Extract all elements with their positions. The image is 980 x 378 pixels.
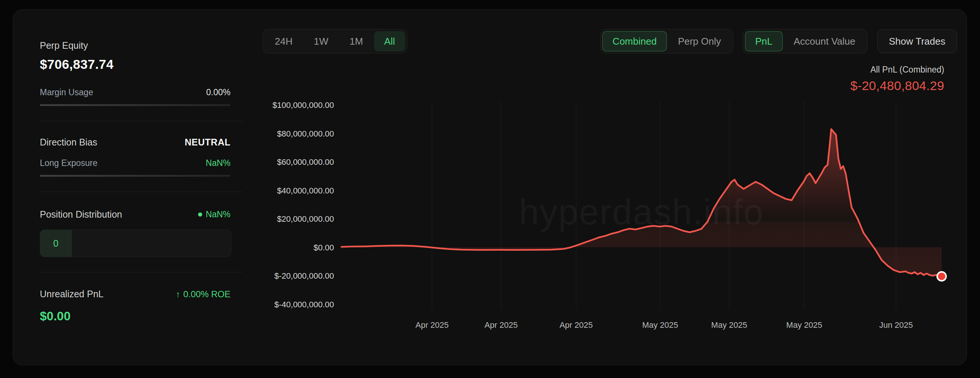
margin-usage-row: Margin Usage 0.00%	[40, 87, 231, 97]
margin-usage-value: 0.00%	[206, 87, 231, 97]
time-range-24h[interactable]: 24H	[265, 31, 303, 51]
divider	[40, 272, 243, 272]
unrealized-pnl-label: Unrealized PnL	[40, 289, 103, 300]
view-mode-perp-only[interactable]: Perp Only	[668, 31, 731, 51]
svg-text:$20,000,000.00: $20,000,000.00	[277, 214, 334, 224]
time-range-all[interactable]: All	[374, 31, 405, 51]
divider	[40, 121, 243, 121]
chart-panel: 24H 1W 1M All Combined Perp Only PnL Acc…	[248, 10, 967, 365]
metric-account-value[interactable]: Account Value	[784, 31, 866, 51]
time-range-group: 24H 1W 1M All	[262, 29, 407, 54]
svg-text:May 2025: May 2025	[711, 320, 747, 330]
long-exposure-bar	[40, 175, 231, 177]
long-exposure-value: NaN%	[206, 158, 231, 168]
svg-text:Apr 2025: Apr 2025	[484, 320, 517, 330]
chart-header: All PnL (Combined) $-20,480,804.29	[254, 65, 961, 93]
roe-stat: ↑ 0.00% ROE	[176, 289, 231, 300]
distribution-empty-segment	[72, 230, 231, 257]
svg-text:$100,000,000.00: $100,000,000.00	[272, 100, 334, 110]
green-dot-icon	[198, 213, 202, 216]
svg-text:May 2025: May 2025	[786, 320, 822, 330]
svg-text:Jun 2025: Jun 2025	[879, 320, 913, 330]
svg-text:$40,000,000.00: $40,000,000.00	[277, 186, 334, 195]
long-exposure-label: Long Exposure	[40, 158, 97, 168]
arrow-up-icon: ↑	[176, 289, 180, 300]
svg-text:$80,000,000.00: $80,000,000.00	[277, 129, 334, 138]
show-trades-button[interactable]: Show Trades	[877, 29, 957, 53]
metric-group: PnL Account Value	[743, 29, 867, 54]
view-mode-group: Combined Perp Only	[600, 29, 733, 54]
distribution-zero-segment: 0	[40, 230, 72, 257]
chart-toolbar: 24H 1W 1M All Combined Perp Only PnL Acc…	[254, 29, 961, 54]
margin-usage-label: Margin Usage	[40, 87, 93, 97]
position-distribution-chart: 0	[40, 230, 231, 257]
direction-bias-label: Direction Bias	[40, 137, 97, 148]
direction-bias-value: NEUTRAL	[185, 137, 231, 148]
position-distribution-label: Position Distribution	[40, 209, 122, 220]
svg-text:Apr 2025: Apr 2025	[415, 320, 449, 330]
perp-equity-label: Perp Equity	[40, 40, 231, 51]
all-pnl-value: $-20,480,804.29	[254, 78, 944, 93]
svg-text:May 2025: May 2025	[642, 320, 678, 330]
unrealized-pnl-value: $0.00	[40, 309, 231, 323]
svg-text:$60,000,000.00: $60,000,000.00	[277, 157, 334, 167]
position-distribution-row: Position Distribution NaN%	[40, 209, 231, 220]
svg-text:Apr 2025: Apr 2025	[560, 320, 593, 330]
time-range-1w[interactable]: 1W	[304, 31, 339, 51]
position-distribution-stat: NaN%	[198, 210, 231, 219]
toolbar-right-group: Combined Perp Only PnL Account Value Sho…	[600, 29, 957, 54]
perp-equity-value: $706,837.74	[40, 57, 231, 72]
unrealized-pnl-row: Unrealized PnL ↑ 0.00% ROE	[40, 289, 231, 300]
view-mode-combined[interactable]: Combined	[603, 31, 667, 51]
direction-bias-row: Direction Bias NEUTRAL	[40, 137, 231, 148]
long-exposure-row: Long Exposure NaN%	[40, 158, 231, 168]
margin-usage-bar	[40, 104, 231, 106]
svg-text:$0.00: $0.00	[313, 243, 334, 252]
svg-text:$-40,000,000.00: $-40,000,000.00	[274, 300, 334, 309]
chart-title: All PnL (Combined)	[254, 65, 944, 75]
svg-text:$-20,000,000.00: $-20,000,000.00	[274, 271, 334, 281]
stats-sidebar: Perp Equity $706,837.74 Margin Usage 0.0…	[13, 10, 248, 365]
position-distribution-value: NaN%	[206, 210, 231, 219]
divider	[40, 192, 243, 192]
metric-pnl[interactable]: PnL	[745, 31, 782, 51]
dashboard-screen: Perp Equity $706,837.74 Margin Usage 0.0…	[0, 0, 980, 378]
roe-value: 0.00% ROE	[183, 289, 231, 300]
time-range-1m[interactable]: 1M	[340, 31, 373, 51]
pnl-line-chart[interactable]: hyperdash.info$100,000,000.00$80,000,000…	[254, 96, 961, 338]
trader-overview-card: Perp Equity $706,837.74 Margin Usage 0.0…	[13, 9, 967, 365]
